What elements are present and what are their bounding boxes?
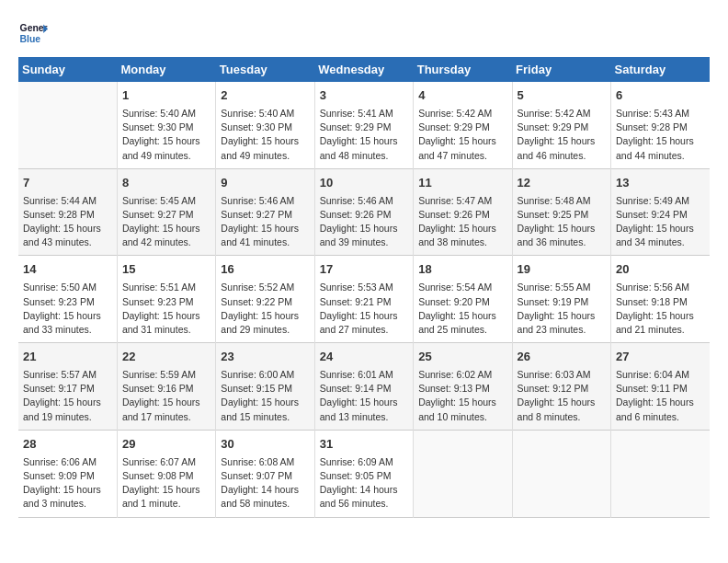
- day-number: 2: [221, 87, 309, 105]
- day-info-line: Sunrise: 5:46 AM: [221, 195, 294, 206]
- day-info-line: Sunrise: 5:41 AM: [320, 108, 393, 119]
- day-info-line: and 23 minutes.: [518, 324, 586, 335]
- day-info-line: and 36 minutes.: [518, 236, 586, 247]
- day-info-line: Daylight: 15 hours: [23, 396, 101, 408]
- day-info-line: Sunrise: 5:40 AM: [221, 108, 294, 119]
- day-info-line: Sunset: 9:26 PM: [320, 209, 392, 220]
- day-info-line: and 27 minutes.: [320, 324, 389, 335]
- day-info-line: Sunrise: 6:03 AM: [518, 369, 591, 380]
- day-number: 11: [418, 175, 506, 192]
- day-info-line: and 10 minutes.: [418, 411, 487, 422]
- day-info-line: Sunset: 9:23 PM: [122, 296, 194, 307]
- calendar-cell: [414, 430, 512, 517]
- day-info-line: Sunset: 9:11 PM: [616, 383, 688, 394]
- day-info-line: Sunset: 9:09 PM: [23, 470, 95, 481]
- day-info-line: Daylight: 14 hours: [221, 484, 299, 495]
- day-info-line: Sunrise: 5:54 AM: [418, 282, 492, 293]
- day-info-line: Daylight: 15 hours: [122, 396, 200, 408]
- weekday-header: Tuesday: [216, 57, 314, 82]
- day-info-line: Daylight: 15 hours: [616, 135, 694, 146]
- calendar-cell: 9Sunrise: 5:46 AMSunset: 9:27 PMDaylight…: [216, 168, 314, 256]
- weekday-header: Thursday: [414, 57, 512, 82]
- calendar-cell: 12Sunrise: 5:48 AMSunset: 9:25 PMDayligh…: [512, 168, 610, 256]
- calendar-cell: 21Sunrise: 5:57 AMSunset: 9:17 PMDayligh…: [18, 343, 117, 431]
- calendar-cell: 22Sunrise: 5:59 AMSunset: 9:16 PMDayligh…: [117, 343, 215, 431]
- calendar-cell: 11Sunrise: 5:47 AMSunset: 9:26 PMDayligh…: [414, 168, 512, 256]
- day-info-line: and 6 minutes.: [616, 411, 679, 422]
- day-info-line: and 1 minute.: [122, 498, 181, 509]
- day-info-line: Daylight: 15 hours: [616, 396, 694, 408]
- calendar-cell: 17Sunrise: 5:53 AMSunset: 9:21 PMDayligh…: [314, 256, 413, 343]
- day-info-line: and 46 minutes.: [518, 150, 586, 161]
- calendar-cell: 2Sunrise: 5:40 AMSunset: 9:30 PMDaylight…: [216, 82, 314, 168]
- day-info-line: Sunrise: 5:52 AM: [221, 282, 294, 293]
- calendar-cell: 15Sunrise: 5:51 AMSunset: 9:23 PMDayligh…: [117, 256, 215, 343]
- day-info-line: Sunset: 9:26 PM: [418, 209, 490, 220]
- day-info-line: Sunset: 9:30 PM: [221, 121, 292, 132]
- calendar-cell: [18, 82, 117, 168]
- calendar-week-row: 1Sunrise: 5:40 AMSunset: 9:30 PMDaylight…: [18, 82, 710, 168]
- calendar-week-row: 7Sunrise: 5:44 AMSunset: 9:28 PMDaylight…: [18, 168, 710, 256]
- weekday-header: Monday: [117, 57, 215, 82]
- day-number: 24: [320, 349, 408, 366]
- day-info-line: and 8 minutes.: [518, 411, 581, 422]
- calendar-cell: 13Sunrise: 5:49 AMSunset: 9:24 PMDayligh…: [611, 168, 710, 256]
- day-number: 30: [221, 436, 309, 454]
- calendar-week-row: 21Sunrise: 5:57 AMSunset: 9:17 PMDayligh…: [18, 343, 710, 431]
- calendar-cell: 18Sunrise: 5:54 AMSunset: 9:20 PMDayligh…: [414, 256, 512, 343]
- day-info-line: Daylight: 15 hours: [418, 223, 496, 234]
- calendar-cell: 30Sunrise: 6:08 AMSunset: 9:07 PMDayligh…: [216, 430, 314, 517]
- day-info-line: Sunrise: 5:49 AM: [616, 195, 689, 206]
- day-info-line: Sunrise: 5:50 AM: [23, 282, 97, 293]
- day-number: 29: [122, 436, 210, 454]
- day-number: 16: [221, 261, 309, 279]
- day-info-line: and 33 minutes.: [23, 324, 92, 335]
- day-info-line: and 19 minutes.: [23, 411, 92, 422]
- day-info-line: Sunrise: 6:04 AM: [616, 369, 689, 380]
- day-info-line: Sunset: 9:21 PM: [320, 296, 392, 307]
- day-info-line: Sunrise: 5:56 AM: [616, 282, 689, 293]
- day-number: 21: [23, 349, 112, 366]
- logo-icon: General Blue: [18, 18, 48, 48]
- day-number: 8: [122, 175, 210, 192]
- day-info-line: Daylight: 15 hours: [221, 396, 299, 408]
- day-info-line: Daylight: 15 hours: [122, 310, 200, 321]
- day-info-line: and 15 minutes.: [221, 411, 290, 422]
- day-info-line: Sunset: 9:12 PM: [518, 383, 589, 394]
- day-info-line: and 13 minutes.: [320, 411, 389, 422]
- day-info-line: Sunset: 9:18 PM: [616, 296, 688, 307]
- day-info-line: and 56 minutes.: [320, 498, 389, 509]
- calendar-cell: 7Sunrise: 5:44 AMSunset: 9:28 PMDaylight…: [18, 168, 117, 256]
- day-number: 6: [616, 87, 705, 105]
- day-info-line: Sunrise: 5:45 AM: [122, 195, 196, 206]
- day-number: 9: [221, 175, 309, 192]
- day-info-line: Sunset: 9:28 PM: [23, 209, 95, 220]
- day-number: 26: [518, 349, 606, 366]
- calendar-cell: 5Sunrise: 5:42 AMSunset: 9:29 PMDaylight…: [512, 82, 610, 168]
- day-info-line: Sunrise: 5:51 AM: [122, 282, 196, 293]
- day-info-line: Sunrise: 6:02 AM: [418, 369, 492, 380]
- day-info-line: Daylight: 15 hours: [320, 310, 398, 321]
- calendar-header: SundayMondayTuesdayWednesdayThursdayFrid…: [18, 57, 710, 82]
- day-info-line: Daylight: 15 hours: [418, 310, 496, 321]
- day-info-line: Daylight: 15 hours: [616, 223, 694, 234]
- day-info-line: Sunset: 9:14 PM: [320, 383, 392, 394]
- day-info-line: Sunrise: 5:46 AM: [320, 195, 393, 206]
- calendar-cell: 8Sunrise: 5:45 AMSunset: 9:27 PMDaylight…: [117, 168, 215, 256]
- day-info-line: Sunset: 9:27 PM: [221, 209, 292, 220]
- logo: General Blue: [18, 18, 51, 48]
- weekday-header: Sunday: [18, 57, 117, 82]
- day-info-line: Sunrise: 5:43 AM: [616, 108, 689, 119]
- day-info-line: and 17 minutes.: [122, 411, 191, 422]
- day-info-line: Sunset: 9:23 PM: [23, 296, 95, 307]
- calendar-cell: 29Sunrise: 6:07 AMSunset: 9:08 PMDayligh…: [117, 430, 215, 517]
- day-info-line: Sunset: 9:24 PM: [616, 209, 688, 220]
- day-info-line: Sunset: 9:25 PM: [518, 209, 589, 220]
- day-info-line: and 41 minutes.: [221, 236, 290, 247]
- calendar-cell: 25Sunrise: 6:02 AMSunset: 9:13 PMDayligh…: [414, 343, 512, 431]
- day-info-line: Sunset: 9:08 PM: [122, 470, 194, 481]
- day-info-line: and 3 minutes.: [23, 498, 86, 509]
- day-info-line: Sunset: 9:27 PM: [122, 209, 194, 220]
- day-info-line: and 25 minutes.: [418, 324, 487, 335]
- day-info-line: Sunset: 9:13 PM: [418, 383, 490, 394]
